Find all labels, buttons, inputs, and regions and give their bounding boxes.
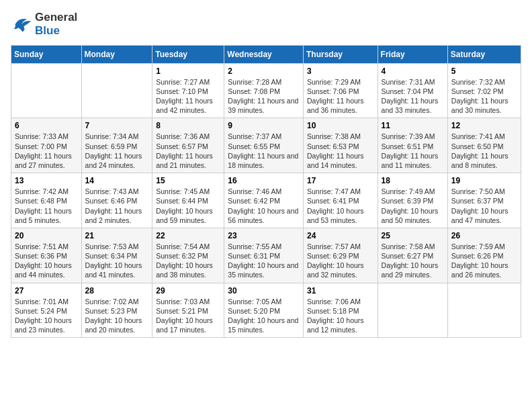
day-number: 24 [307,231,374,240]
day-cell: 31Sunrise: 7:06 AMSunset: 5:18 PMDayligh… [303,283,378,338]
day-cell: 27Sunrise: 7:01 AMSunset: 5:24 PMDayligh… [11,283,82,338]
day-info: Sunrise: 7:28 AMSunset: 7:08 PMDaylight:… [228,77,300,116]
day-number: 30 [228,286,300,295]
day-info: Sunrise: 7:57 AMSunset: 6:29 PMDaylight:… [307,242,374,280]
day-info: Sunrise: 7:43 AMSunset: 6:46 PMDaylight:… [85,187,149,225]
day-cell [11,63,82,118]
day-number: 15 [156,176,220,185]
day-number: 1 [156,66,220,76]
day-number: 23 [228,231,300,240]
day-info: Sunrise: 7:46 AMSunset: 6:42 PMDaylight:… [228,187,300,225]
day-info: Sunrise: 7:45 AMSunset: 6:44 PMDaylight:… [156,187,220,225]
day-info: Sunrise: 7:58 AMSunset: 6:27 PMDaylight:… [382,242,444,280]
day-cell: 3Sunrise: 7:29 AMSunset: 7:06 PMDaylight… [303,63,378,118]
day-number: 26 [451,231,517,240]
day-cell: 18Sunrise: 7:49 AMSunset: 6:39 PMDayligh… [378,173,447,228]
day-number: 3 [307,66,374,76]
week-row-3: 13Sunrise: 7:42 AMSunset: 6:48 PMDayligh… [11,173,521,228]
day-info: Sunrise: 7:54 AMSunset: 6:32 PMDaylight:… [156,242,220,280]
day-info: Sunrise: 7:49 AMSunset: 6:39 PMDaylight:… [382,187,444,225]
header-cell-tuesday: Tuesday [152,45,224,63]
day-cell: 2Sunrise: 7:28 AMSunset: 7:08 PMDaylight… [224,63,304,118]
logo-blue: Blue [35,24,77,38]
day-cell [81,63,152,118]
day-number: 21 [85,231,149,240]
day-cell [378,283,447,338]
day-number: 16 [228,176,300,185]
day-info: Sunrise: 7:36 AMSunset: 6:57 PMDaylight:… [156,132,220,170]
day-cell: 6Sunrise: 7:33 AMSunset: 7:00 PMDaylight… [11,118,82,173]
day-info: Sunrise: 7:47 AMSunset: 6:41 PMDaylight:… [307,187,374,225]
day-info: Sunrise: 7:42 AMSunset: 6:48 PMDaylight:… [15,187,78,225]
day-number: 13 [15,176,78,185]
day-number: 12 [451,121,517,130]
day-cell: 19Sunrise: 7:50 AMSunset: 6:37 PMDayligh… [447,173,521,228]
day-number: 28 [85,286,149,295]
day-cell: 4Sunrise: 7:31 AMSunset: 7:04 PMDaylight… [378,63,447,118]
day-cell: 21Sunrise: 7:53 AMSunset: 6:34 PMDayligh… [81,228,152,283]
day-cell: 8Sunrise: 7:36 AMSunset: 6:57 PMDaylight… [152,118,224,173]
day-cell: 13Sunrise: 7:42 AMSunset: 6:48 PMDayligh… [11,173,82,228]
day-cell: 24Sunrise: 7:57 AMSunset: 6:29 PMDayligh… [303,228,378,283]
day-number: 27 [15,286,78,295]
day-number: 19 [451,176,517,185]
day-info: Sunrise: 7:05 AMSunset: 5:20 PMDaylight:… [228,297,300,335]
day-number: 29 [156,286,220,295]
day-cell: 11Sunrise: 7:39 AMSunset: 6:51 PMDayligh… [378,118,447,173]
day-cell: 28Sunrise: 7:02 AMSunset: 5:23 PMDayligh… [81,283,152,338]
week-row-5: 27Sunrise: 7:01 AMSunset: 5:24 PMDayligh… [11,283,521,338]
header-cell-saturday: Saturday [447,45,521,63]
day-cell: 10Sunrise: 7:38 AMSunset: 6:53 PMDayligh… [303,118,378,173]
day-info: Sunrise: 7:53 AMSunset: 6:34 PMDaylight:… [85,242,149,280]
day-info: Sunrise: 7:39 AMSunset: 6:51 PMDaylight:… [382,132,444,170]
day-info: Sunrise: 7:06 AMSunset: 5:18 PMDaylight:… [307,297,374,335]
day-number: 4 [382,66,444,76]
day-cell: 23Sunrise: 7:55 AMSunset: 6:31 PMDayligh… [224,228,304,283]
day-number: 6 [15,121,78,130]
day-info: Sunrise: 7:29 AMSunset: 7:06 PMDaylight:… [307,77,374,116]
day-number: 11 [382,121,444,130]
day-cell: 7Sunrise: 7:34 AMSunset: 6:59 PMDaylight… [81,118,152,173]
header-row: SundayMondayTuesdayWednesdayThursdayFrid… [11,45,521,63]
day-number: 20 [15,231,78,240]
header-cell-wednesday: Wednesday [224,45,304,63]
day-info: Sunrise: 7:38 AMSunset: 6:53 PMDaylight:… [307,132,374,170]
day-cell: 30Sunrise: 7:05 AMSunset: 5:20 PMDayligh… [224,283,304,338]
day-cell: 29Sunrise: 7:03 AMSunset: 5:21 PMDayligh… [152,283,224,338]
week-row-2: 6Sunrise: 7:33 AMSunset: 7:00 PMDaylight… [11,118,521,173]
day-number: 17 [307,176,374,185]
logo-general: General [35,11,77,24]
logo: General Blue [11,11,77,38]
header-cell-friday: Friday [378,45,447,63]
day-cell: 22Sunrise: 7:54 AMSunset: 6:32 PMDayligh… [152,228,224,283]
day-info: Sunrise: 7:51 AMSunset: 6:36 PMDaylight:… [15,242,78,280]
day-number: 8 [156,121,220,130]
logo-icon [11,15,32,34]
header-cell-sunday: Sunday [11,45,82,63]
day-cell: 16Sunrise: 7:46 AMSunset: 6:42 PMDayligh… [224,173,304,228]
day-cell: 14Sunrise: 7:43 AMSunset: 6:46 PMDayligh… [81,173,152,228]
header-cell-thursday: Thursday [303,45,378,63]
day-info: Sunrise: 7:03 AMSunset: 5:21 PMDaylight:… [156,297,220,335]
day-info: Sunrise: 7:59 AMSunset: 6:26 PMDaylight:… [451,242,517,280]
day-info: Sunrise: 7:34 AMSunset: 6:59 PMDaylight:… [85,132,149,170]
day-cell: 9Sunrise: 7:37 AMSunset: 6:55 PMDaylight… [224,118,304,173]
calendar-table: SundayMondayTuesdayWednesdayThursdayFrid… [11,45,521,338]
day-info: Sunrise: 7:55 AMSunset: 6:31 PMDaylight:… [228,242,300,280]
week-row-1: 1Sunrise: 7:27 AMSunset: 7:10 PMDaylight… [11,63,521,118]
day-info: Sunrise: 7:41 AMSunset: 6:50 PMDaylight:… [451,132,517,170]
day-info: Sunrise: 7:02 AMSunset: 5:23 PMDaylight:… [85,297,149,335]
day-number: 5 [451,66,517,76]
day-cell: 20Sunrise: 7:51 AMSunset: 6:36 PMDayligh… [11,228,82,283]
day-info: Sunrise: 7:01 AMSunset: 5:24 PMDaylight:… [15,297,78,335]
day-cell: 15Sunrise: 7:45 AMSunset: 6:44 PMDayligh… [152,173,224,228]
day-number: 25 [382,231,444,240]
day-info: Sunrise: 7:27 AMSunset: 7:10 PMDaylight:… [156,77,220,116]
day-info: Sunrise: 7:33 AMSunset: 7:00 PMDaylight:… [15,132,78,170]
day-number: 22 [156,231,220,240]
day-number: 7 [85,121,149,130]
day-cell: 17Sunrise: 7:47 AMSunset: 6:41 PMDayligh… [303,173,378,228]
day-cell: 5Sunrise: 7:32 AMSunset: 7:02 PMDaylight… [447,63,521,118]
day-number: 10 [307,121,374,130]
day-number: 18 [382,176,444,185]
